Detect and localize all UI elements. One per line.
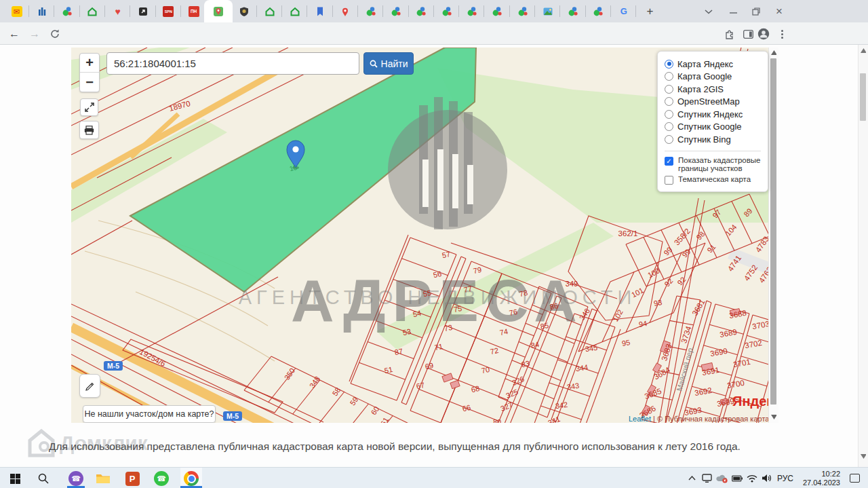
powerpoint-icon[interactable]: P (123, 470, 141, 487)
layer-label: Спутник Яндекс (677, 109, 743, 119)
taskbar-clock[interactable]: 10:22 27.04.2023 (803, 470, 840, 487)
browser-tab-map-pin-red[interactable] (333, 0, 358, 22)
clock-time: 10:22 (803, 470, 840, 478)
radio-icon[interactable] (665, 72, 673, 81)
radio-icon[interactable] (665, 110, 673, 119)
layer-checkbox-0[interactable]: ✓Показать кадастровые границы участков (665, 156, 761, 172)
not-found-button[interactable]: Не нашли участок/дом на карте? (83, 405, 216, 423)
browser-scrollbar-thumb[interactable] (860, 73, 866, 121)
close-button[interactable]: × (768, 0, 791, 22)
tab-search-chevron-icon[interactable] (697, 0, 720, 22)
browser-tab-dots-cluster[interactable] (485, 0, 510, 22)
parcel-number-label: 86 (549, 301, 559, 311)
print-button[interactable] (79, 121, 99, 139)
parcel-number-label: 87 (394, 347, 403, 356)
parcel-number-label: 79 (473, 265, 482, 275)
browser-tab-house-green[interactable] (257, 0, 282, 22)
map-scrollbar-thumb[interactable] (770, 58, 776, 405)
layer-option-6[interactable]: Спутник Bing (665, 133, 761, 146)
tray-cloud-error-icon[interactable] (715, 474, 730, 483)
parcel-number-label: 349 (566, 280, 578, 288)
forward-button[interactable]: → (26, 25, 43, 43)
layer-checkbox-1[interactable]: Тематическая карта (665, 175, 761, 185)
browser-menu-icon[interactable] (773, 25, 791, 43)
layer-option-2[interactable]: Карта 2GIS (665, 83, 761, 96)
checkbox-icon[interactable]: ✓ (665, 157, 673, 166)
parcel-number-label: 53 (402, 327, 412, 337)
cadastral-map[interactable]: АДРЕСА АГЕНТСТВО НЕДВИЖИМОСТИ 1897057565… (71, 48, 778, 423)
layer-label: Карта Google (677, 71, 732, 81)
browser-tab-dots-cluster[interactable] (586, 0, 611, 22)
restore-button[interactable] (745, 0, 768, 22)
map-attribution: Leaflet | © Публичная кадастровая карта … (629, 415, 777, 423)
browser-scrollbar[interactable] (858, 45, 868, 467)
tray-battery-icon[interactable] (730, 475, 745, 482)
zoom-in-button[interactable]: + (80, 54, 99, 73)
browser-tab-house-green[interactable] (282, 0, 307, 22)
whatsapp-icon[interactable]: ☎ (153, 470, 170, 487)
layer-option-5[interactable]: Спутник Google (665, 121, 761, 134)
tray-display-icon[interactable] (700, 474, 715, 483)
tray-volume-icon[interactable] (760, 474, 774, 483)
browser-tab-yandex-mail[interactable]: ✉ (4, 0, 29, 22)
extensions-puzzle-icon[interactable] (720, 25, 738, 43)
browser-tab-google-g[interactable]: G (611, 0, 636, 22)
map-scrollbar[interactable] (768, 48, 778, 423)
parcel-number-label: 94 (638, 319, 648, 329)
cadastral-number-input[interactable] (106, 52, 359, 75)
parcel-number-label: 56 (433, 269, 442, 279)
radio-icon[interactable] (665, 97, 673, 106)
layer-option-1[interactable]: Карта Google (665, 71, 761, 83)
browser-tab-pn-badge[interactable]: ПН (181, 0, 206, 22)
file-explorer-icon[interactable] (94, 470, 112, 487)
parcel-number-label: 78 (519, 288, 528, 298)
tray-chevron-icon[interactable] (685, 476, 700, 481)
parcel-number-label: 345 (585, 343, 598, 353)
browser-tab-dots-cluster[interactable] (510, 0, 535, 22)
reload-button[interactable] (46, 25, 64, 43)
browser-tab-dots-cluster[interactable] (358, 0, 383, 22)
tray-wifi-icon[interactable] (745, 474, 760, 483)
new-tab-button[interactable]: + (642, 3, 658, 20)
parcel-number-label: 54 (412, 309, 422, 318)
language-indicator[interactable]: РУС (777, 474, 793, 483)
browser-tab-dots-cluster[interactable] (55, 0, 80, 22)
radio-icon[interactable] (665, 122, 673, 131)
zoom-out-button[interactable]: − (80, 73, 99, 92)
layer-option-4[interactable]: Спутник Яндекс (665, 108, 761, 121)
notification-center-icon[interactable] (850, 474, 860, 483)
browser-tab-building[interactable] (29, 0, 54, 22)
browser-tab-dots-cluster[interactable] (409, 0, 434, 22)
minimize-button[interactable] (722, 0, 745, 22)
start-button[interactable] (6, 470, 24, 487)
radio-icon[interactable] (665, 60, 673, 69)
browser-tab-dots-cluster[interactable] (459, 0, 484, 22)
browser-tab-bookmark-blue[interactable] (308, 0, 333, 22)
profile-avatar[interactable] (755, 25, 772, 43)
browser-tab-dots-cluster[interactable] (384, 0, 409, 22)
browser-tab-house-green[interactable] (80, 0, 105, 22)
browser-tab-cadastral-pin-active[interactable] (204, 0, 233, 22)
leaflet-link[interactable]: Leaflet (629, 415, 651, 423)
search-button[interactable]: Найти (363, 52, 414, 75)
browser-tab-dots-cluster[interactable] (561, 0, 586, 22)
fullscreen-button[interactable] (80, 98, 98, 116)
browser-tab-spn-badge[interactable]: SPN (156, 0, 181, 22)
chrome-icon[interactable] (182, 470, 200, 487)
layer-option-0[interactable]: Карта Яндекс (665, 58, 761, 71)
browser-tab-photo[interactable] (535, 0, 560, 22)
browser-tab-shield-dark[interactable] (232, 0, 257, 22)
parcel-number-label: 362/1 (618, 229, 638, 238)
browser-tab-dots-cluster[interactable] (434, 0, 459, 22)
taskbar-search-icon[interactable] (35, 470, 52, 487)
layer-option-3[interactable]: OpenStreetMap (665, 96, 761, 109)
viber-icon[interactable]: ☎ (67, 470, 85, 487)
measure-button[interactable] (79, 374, 100, 398)
browser-tab-heart[interactable]: ♥ (105, 0, 130, 22)
radio-icon[interactable] (665, 85, 673, 94)
back-button[interactable]: ← (5, 25, 23, 43)
checkbox-icon[interactable] (665, 176, 673, 185)
browser-tab-screenshot-frame[interactable] (131, 0, 156, 22)
parcel-number-label: 70 (481, 365, 490, 375)
radio-icon[interactable] (665, 135, 673, 144)
